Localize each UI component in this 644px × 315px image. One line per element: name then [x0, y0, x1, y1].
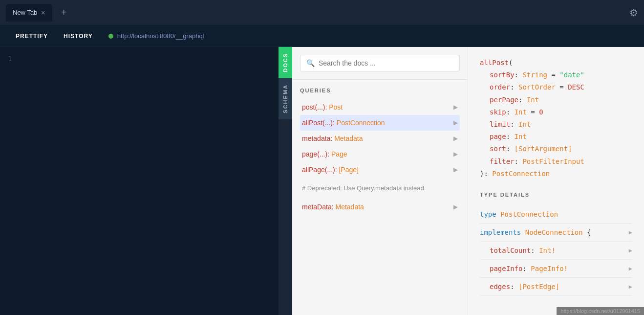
docs-panel: 🔍 QUERIES post(...): Post ▶ allPost(...)…: [292, 47, 468, 315]
docs-tab-label: DOCS: [282, 53, 288, 72]
line-number-1: 1: [8, 55, 12, 63]
status-url: https://blog.csdn.net/u012961415: [560, 308, 640, 314]
type-details-title: TYPE DETAILS: [480, 192, 632, 198]
type-implements: implements NodeConnection {: [480, 228, 591, 236]
search-wrapper[interactable]: 🔍: [300, 55, 460, 71]
query-name: metadata: Metadata: [302, 135, 363, 142]
query-name: allPost(...): PostConnection: [302, 119, 385, 127]
query-name: post(...): Post: [302, 103, 343, 111]
toolbar: PRETTIFY HISTORY http://localhost:8080/_…: [0, 25, 644, 47]
query-arrow: ▶: [453, 135, 458, 142]
queries-section: QUERIES post(...): Post ▶ allPost(...): …: [292, 80, 468, 223]
schema-tab[interactable]: SCHEMA: [279, 78, 292, 119]
queries-section-title: QUERIES: [300, 88, 460, 93]
history-button[interactable]: HISTORY: [56, 25, 101, 47]
pageinfo-arrow: ▶: [629, 265, 632, 272]
type-field-implements[interactable]: implements NodeConnection { ▶: [480, 224, 632, 242]
type-field-edges[interactable]: edges: [PostEdge] ▶: [480, 278, 632, 296]
query-item-metadata-deprecated[interactable]: metaData: Metadata ▶: [300, 199, 460, 215]
edges-arrow: ▶: [629, 283, 632, 290]
query-item-post[interactable]: post(...): Post ▶: [300, 99, 460, 115]
query-name: allPage(...): [Page]: [302, 166, 359, 174]
query-item-allpost[interactable]: allPost(...): PostConnection ▶: [300, 115, 460, 131]
query-item-metadata[interactable]: metadata: Metadata ▶: [300, 131, 460, 146]
schema-tab-label: SCHEMA: [282, 84, 288, 113]
query-arrow: ▶: [453, 119, 458, 126]
deprecated-note-text: # Deprecated: Use Query.metadata instead…: [302, 184, 426, 192]
new-tab-button[interactable]: +: [56, 5, 72, 21]
totalcount-arrow: ▶: [629, 247, 632, 254]
query-arrow: ▶: [453, 151, 458, 158]
field-edges: edges: [PostEdge]: [480, 283, 559, 291]
editor-pane[interactable]: 1: [0, 47, 279, 315]
tab-title: New Tab: [13, 9, 37, 16]
status-bar: https://blog.csdn.net/u012961415: [557, 307, 644, 315]
field-pageinfo: pageInfo: PageInfo!: [480, 265, 568, 272]
query-arrow: ▶: [453, 203, 458, 210]
browser-tab[interactable]: New Tab ×: [6, 4, 52, 22]
implements-arrow: ▶: [629, 229, 632, 236]
function-name: allPost: [480, 59, 509, 67]
query-item-page[interactable]: page(...): Page ▶: [300, 146, 460, 162]
tab-close-button[interactable]: ×: [41, 9, 45, 16]
prettify-button[interactable]: PRETTIFY: [8, 25, 56, 47]
url-bar: http://localhost:8080/__graphql: [108, 32, 204, 40]
search-input[interactable]: [319, 59, 453, 67]
search-icon: 🔍: [306, 59, 315, 67]
docs-tab[interactable]: DOCS: [279, 47, 292, 78]
browser-chrome: New Tab × + ⚙: [0, 0, 644, 25]
type-signature: allPost( sortBy: String = "date" order: …: [480, 57, 632, 180]
connection-status-dot: [108, 34, 113, 39]
type-panel: allPost( sortBy: String = "date" order: …: [468, 47, 644, 315]
query-name: metaData: Metadata: [302, 203, 364, 211]
sidebar-tabs: DOCS SCHEMA: [279, 47, 292, 315]
query-arrow: ▶: [453, 104, 458, 111]
query-arrow: ▶: [453, 166, 458, 173]
search-box: 🔍: [292, 47, 468, 80]
query-item-allpage[interactable]: allPage(...): [Page] ▶: [300, 162, 460, 178]
deprecated-note: # Deprecated: Use Query.metadata instead…: [300, 178, 460, 199]
gear-icon[interactable]: ⚙: [629, 7, 638, 19]
query-name: page(...): Page: [302, 150, 347, 158]
type-field-totalcount[interactable]: totalCount: Int! ▶: [480, 242, 632, 260]
main-content: 1 DOCS SCHEMA 🔍 QUERIES post(...): Post …: [0, 47, 644, 315]
type-keyword: type PostConnection: [480, 210, 558, 218]
type-field-pageinfo[interactable]: pageInfo: PageInfo! ▶: [480, 260, 632, 278]
field-totalcount: totalCount: Int!: [480, 247, 556, 254]
url-display: http://localhost:8080/__graphql: [117, 32, 204, 40]
type-field-postconnection: type PostConnection: [480, 205, 632, 224]
